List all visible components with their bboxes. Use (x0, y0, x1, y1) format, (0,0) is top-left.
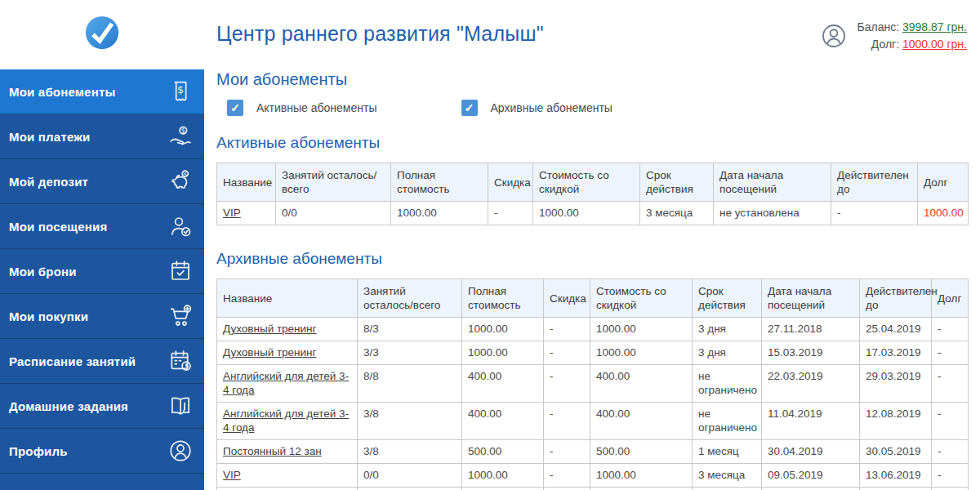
cell-valid-until: 08.06.2019 (860, 488, 932, 490)
cell-discounted-price: 1000.00 (590, 341, 693, 365)
cell-full-price: 1000.00 (462, 341, 544, 365)
column-header-full-price: Полная стоимость (462, 279, 544, 318)
balance-label: Баланс: (858, 20, 900, 33)
column-header-visits-start-date: Дата начала посещений (762, 279, 860, 318)
cell-lessons-left-total: 8/3 (358, 318, 462, 341)
sidebar-item-schedule[interactable]: Расписание занятий (0, 339, 204, 384)
debt-value-link[interactable]: 1000.00 грн. (902, 38, 967, 51)
sidebar-item-visits[interactable]: Мои посещения (0, 204, 204, 249)
active-subscriptions-table: НазваниеЗанятий осталось/всегоПолная сто… (216, 163, 969, 225)
sidebar-item-bookings[interactable]: Мои брони (0, 249, 204, 294)
cell-visits-start-date: 30.04.2019 (762, 440, 860, 464)
column-header-discounted-price: Стоимость со скидкой (533, 163, 640, 202)
column-header-discount: Скидка (544, 279, 590, 318)
subscription-name-link[interactable]: Английский для детей 3-4 года (223, 370, 349, 396)
cell-debt: - (932, 488, 969, 490)
archive-subscriptions-checkbox[interactable] (461, 100, 478, 116)
subscription-name-link[interactable]: Духовный тренинг (223, 323, 317, 335)
cell-debt: - (932, 440, 969, 464)
column-header-name: Название (217, 279, 358, 318)
calendar-clock-icon (167, 347, 194, 375)
subscription-name-link[interactable]: Постоянный 12 зан (223, 445, 322, 457)
cell-lessons-left-total: 3/8 (358, 440, 462, 464)
subscription-name-link[interactable]: Английский для детей 3-4 года (223, 408, 349, 434)
cell-full-price: 1000.00 (462, 318, 544, 341)
sidebar-item-label: Мой депозит (9, 175, 88, 189)
cell-lessons-left-total: 8/8 (358, 488, 462, 490)
cell-discount: - (544, 464, 590, 488)
column-header-visits-start-date: Дата начала посещений (714, 163, 831, 202)
table-row: Духовный тренинг3/31000.00-1000.003 дня1… (217, 341, 969, 365)
cell-name: VIP (217, 464, 358, 488)
table-row: VIP0/01000.00-1000.003 месяца09.05.20191… (217, 464, 969, 488)
cell-debt: - (932, 365, 969, 403)
column-header-discount: Скидка (488, 163, 533, 202)
table-header-row: НазваниеЗанятий осталось/всегоПолная сто… (217, 163, 969, 202)
column-header-valid-until: Действителен до (860, 279, 932, 318)
cell-lessons-left-total: 0/0 (358, 464, 462, 488)
cell-full-price: 400.00 (462, 365, 544, 403)
cell-discounted-price: 500.00 (590, 440, 693, 464)
cell-duration: 1 месяц (693, 488, 762, 490)
table-row: Постоянный 12 зан3/8500.00-500.001 месяц… (217, 440, 969, 464)
column-header-lessons-left-total: Занятий осталось/всего (276, 163, 391, 202)
sidebar-item-payments[interactable]: Мои платежи $ (0, 114, 204, 159)
center-logo-icon (83, 14, 121, 51)
cell-visits-start-date: 27.11.2018 (762, 318, 860, 341)
filter-active-subscriptions: Активные абонементы (227, 100, 377, 116)
cell-discount: - (488, 202, 533, 225)
sidebar-item-label: Домашние задания (9, 399, 128, 413)
cell-discount: - (544, 488, 590, 490)
sidebar-item-deposit[interactable]: Мой депозит $ (0, 159, 204, 204)
sidebar-item-profile[interactable]: Профиль (0, 429, 204, 474)
cell-duration: 1 месяц (693, 440, 762, 464)
cell-full-price: 500.00 (462, 488, 544, 490)
cell-discounted-price: 400.00 (590, 403, 693, 440)
cell-duration: не ограничено (693, 365, 762, 403)
balance-value-link[interactable]: 3998.87 грн. (902, 20, 967, 33)
cell-visits-start-date: не установлена (714, 202, 831, 225)
cell-discount: - (544, 341, 590, 365)
cell-discount: - (544, 318, 590, 341)
sidebar-item-purchases[interactable]: Мои покупки (0, 294, 204, 339)
cell-visits-start-date: 09.05.2019 (762, 464, 860, 488)
sidebar-item-label: Мои брони (9, 265, 77, 278)
cell-valid-until: 17.03.2019 (860, 341, 932, 365)
table-header-row: НазваниеЗанятий осталось/всегоПолная сто… (217, 279, 969, 318)
section-heading-my-subscriptions: Мои абонементы (216, 70, 968, 89)
table-row: Духовный тренинг8/31000.00-1000.003 дня2… (217, 318, 969, 341)
subscription-name-link[interactable]: VIP (223, 469, 241, 481)
main-content: Мои абонементы Активные абонементы Архив… (204, 69, 980, 490)
sidebar-nav: Мои абонементы $ Мои платежи $ Мой депоз… (0, 69, 204, 490)
cell-full-price: 1000.00 (391, 202, 488, 225)
cell-lessons-left-total: 8/8 (358, 365, 462, 403)
column-header-valid-until: Действителен до (831, 163, 918, 202)
table-row: Постоянный 12 зан8/8500.00-500.001 месяц… (217, 488, 969, 490)
filter-archive-subscriptions: Архивные абонементы (461, 100, 612, 116)
subscription-name-link[interactable]: VIP (223, 207, 241, 219)
active-subscriptions-heading: Активные абонементы (216, 134, 968, 152)
column-header-duration: Срок действия (693, 279, 762, 318)
svg-text:$: $ (183, 171, 187, 178)
sidebar-item-subscriptions[interactable]: Мои абонементы $ (0, 69, 204, 114)
cell-debt: - (932, 318, 969, 341)
cell-valid-until: 30.05.2019 (860, 440, 932, 464)
sidebar-item-homework[interactable]: Домашние задания (0, 384, 204, 429)
cell-discount: - (544, 365, 590, 403)
cell-duration: 3 месяца (693, 464, 762, 488)
cell-lessons-left-total: 3/3 (358, 341, 462, 365)
cell-valid-until: 29.03.2019 (860, 365, 932, 403)
balance-row: Баланс: 3998.87 грн. (858, 19, 967, 36)
subscription-name-link[interactable]: Духовный тренинг (223, 346, 317, 359)
filters-row: Активные абонементы Архивные абонементы (227, 99, 968, 117)
active-subscriptions-checkbox[interactable] (227, 100, 243, 116)
cell-valid-until: 12.08.2019 (860, 403, 932, 440)
cell-full-price: 1000.00 (462, 464, 544, 488)
cell-valid-until: 25.04.2019 (860, 318, 932, 341)
column-header-name: Название (217, 163, 276, 202)
cell-valid-until: - (831, 202, 918, 225)
account-info: Баланс: 3998.87 грн. Долг: 1000.00 грн. (820, 19, 967, 53)
cell-name: Английский для детей 3-4 года (217, 365, 358, 403)
sidebar-item-label: Расписание занятий (9, 354, 136, 368)
cell-discount: - (544, 440, 590, 464)
